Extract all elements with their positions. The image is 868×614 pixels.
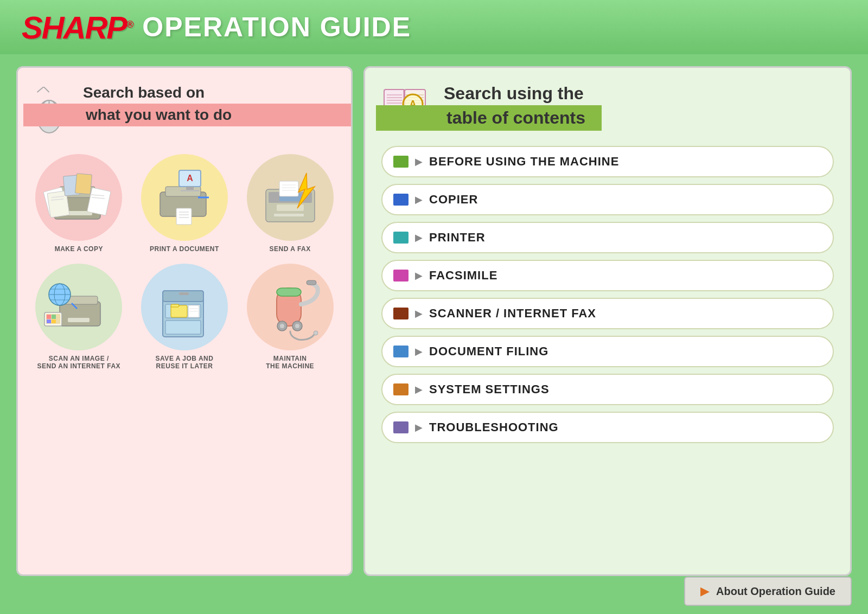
scan-icon bbox=[43, 272, 114, 342]
maintain-machine-item[interactable]: MAINTAIN THE MACHINE bbox=[240, 264, 340, 370]
icons-grid: MAKE A COPY bbox=[29, 154, 340, 370]
svg-rect-50 bbox=[47, 315, 51, 319]
maintain-label: MAINTAIN THE MACHINE bbox=[266, 355, 314, 370]
menu-item-system-settings[interactable]: ▶ SYSTEM SETTINGS bbox=[381, 374, 834, 405]
menu-item-facsimile[interactable]: ▶ FACSIMILE bbox=[381, 260, 834, 291]
svg-point-71 bbox=[314, 331, 318, 335]
svg-rect-59 bbox=[171, 304, 179, 307]
svg-rect-51 bbox=[52, 315, 56, 319]
svg-rect-34 bbox=[279, 181, 298, 196]
svg-rect-52 bbox=[47, 319, 51, 323]
send-a-fax-label: SEND A FAX bbox=[270, 245, 311, 253]
right-panel: A Search using the table of contents ▶ B… bbox=[363, 66, 852, 576]
book-facsimile bbox=[393, 270, 409, 282]
operation-guide-title: OPERATION GUIDE bbox=[142, 11, 411, 43]
copier-icon bbox=[43, 162, 114, 233]
menu-item-copier[interactable]: ▶ COPIER bbox=[381, 184, 834, 215]
menu-item-troubleshooting[interactable]: ▶ TROUBLESHOOTING bbox=[381, 412, 834, 443]
print-a-document-item[interactable]: A PRINT A DOCUMENT bbox=[135, 154, 235, 253]
menu-item-before-using[interactable]: ▶ BEFORE USING THE MACHINE bbox=[381, 146, 834, 177]
sharp-logo: SHARP® bbox=[22, 9, 132, 46]
svg-line-5 bbox=[37, 87, 44, 92]
svg-rect-53 bbox=[52, 319, 56, 323]
scan-an-image-item[interactable]: SCAN AN IMAGE / SEND AN INTERNET FAX bbox=[29, 264, 129, 370]
right-title-line1: Search using the bbox=[444, 84, 585, 104]
menu-items-list: ▶ BEFORE USING THE MACHINE ▶ COPIER ▶ PR… bbox=[381, 146, 834, 443]
right-header: A Search using the table of contents bbox=[381, 81, 834, 132]
svg-text:A: A bbox=[187, 174, 193, 183]
label-system-settings: SYSTEM SETTINGS bbox=[429, 382, 550, 396]
arrow-scanner: ▶ bbox=[415, 308, 423, 319]
svg-rect-66 bbox=[307, 280, 316, 285]
menu-item-printer[interactable]: ▶ PRINTER bbox=[381, 222, 834, 253]
svg-rect-27 bbox=[186, 187, 194, 190]
label-printer: PRINTER bbox=[429, 231, 486, 245]
svg-rect-32 bbox=[274, 214, 304, 216]
print-a-document-label: PRINT A DOCUMENT bbox=[150, 245, 219, 253]
book-before-using bbox=[393, 156, 409, 168]
arrow-printer: ▶ bbox=[415, 232, 423, 244]
save-job-label: SAVE A JOB AND REUSE IT LATER bbox=[156, 355, 214, 370]
label-scanner: SCANNER / INTERNET FAX bbox=[429, 306, 596, 321]
label-before-using: BEFORE USING THE MACHINE bbox=[429, 155, 619, 169]
arrow-before-using: ▶ bbox=[415, 156, 423, 168]
arrow-copier: ▶ bbox=[415, 194, 423, 206]
label-document-filing: DOCUMENT FILING bbox=[429, 344, 548, 359]
svg-rect-41 bbox=[68, 318, 90, 322]
left-title-line2: what you want to do bbox=[86, 106, 232, 123]
fax-icon bbox=[255, 162, 326, 233]
book-copier bbox=[393, 194, 409, 206]
menu-item-document-filing[interactable]: ▶ DOCUMENT FILING bbox=[381, 336, 834, 367]
maintain-icon bbox=[255, 272, 326, 342]
save-job-icon bbox=[149, 272, 220, 342]
scan-image-label: SCAN AN IMAGE / SEND AN INTERNET FAX bbox=[37, 355, 121, 370]
menu-item-scanner[interactable]: ▶ SCANNER / INTERNET FAX bbox=[381, 298, 834, 329]
left-title-line1: Search based on bbox=[83, 84, 340, 101]
arrow-troubleshooting: ▶ bbox=[415, 421, 423, 433]
svg-rect-20 bbox=[176, 208, 192, 225]
print-doc-icon: A bbox=[149, 162, 220, 233]
svg-rect-39 bbox=[60, 302, 100, 326]
svg-point-69 bbox=[280, 324, 284, 328]
header: SHARP® OPERATION GUIDE bbox=[0, 0, 868, 54]
make-a-copy-label: MAKE A COPY bbox=[55, 245, 103, 253]
label-facsimile: FACSIMILE bbox=[429, 268, 497, 283]
left-panel: Search based on what you want to do bbox=[16, 66, 353, 576]
arrow-facsimile: ▶ bbox=[415, 270, 423, 282]
svg-line-4 bbox=[44, 87, 49, 92]
about-operation-guide-button[interactable]: ▶ About Operation Guide bbox=[684, 577, 852, 606]
right-title-line2: table of contents bbox=[446, 108, 585, 127]
book-printer bbox=[393, 232, 409, 244]
about-label: About Operation Guide bbox=[716, 585, 835, 598]
bottom-bar: ▶ About Operation Guide bbox=[684, 577, 852, 606]
svg-rect-63 bbox=[179, 292, 189, 295]
label-troubleshooting: TROUBLESHOOTING bbox=[429, 420, 559, 434]
book-document-filing bbox=[393, 346, 409, 357]
send-a-fax-item[interactable]: SEND A FAX bbox=[240, 154, 340, 253]
arrow-document-filing: ▶ bbox=[415, 346, 423, 357]
label-copier: COPIER bbox=[429, 193, 478, 207]
svg-rect-28 bbox=[181, 190, 199, 191]
save-a-job-item[interactable]: SAVE A JOB AND REUSE IT LATER bbox=[135, 264, 235, 370]
book-system-settings bbox=[393, 383, 409, 395]
svg-rect-65 bbox=[277, 288, 301, 296]
svg-rect-57 bbox=[165, 321, 201, 334]
arrow-system-settings: ▶ bbox=[415, 383, 423, 395]
svg-point-70 bbox=[295, 324, 299, 328]
about-arrow-icon: ▶ bbox=[700, 584, 710, 598]
book-scanner bbox=[393, 308, 409, 319]
main-content: Search based on what you want to do bbox=[16, 66, 852, 576]
make-a-copy-item[interactable]: MAKE A COPY bbox=[29, 154, 129, 253]
book-troubleshooting bbox=[393, 421, 409, 433]
svg-rect-17 bbox=[75, 174, 92, 194]
